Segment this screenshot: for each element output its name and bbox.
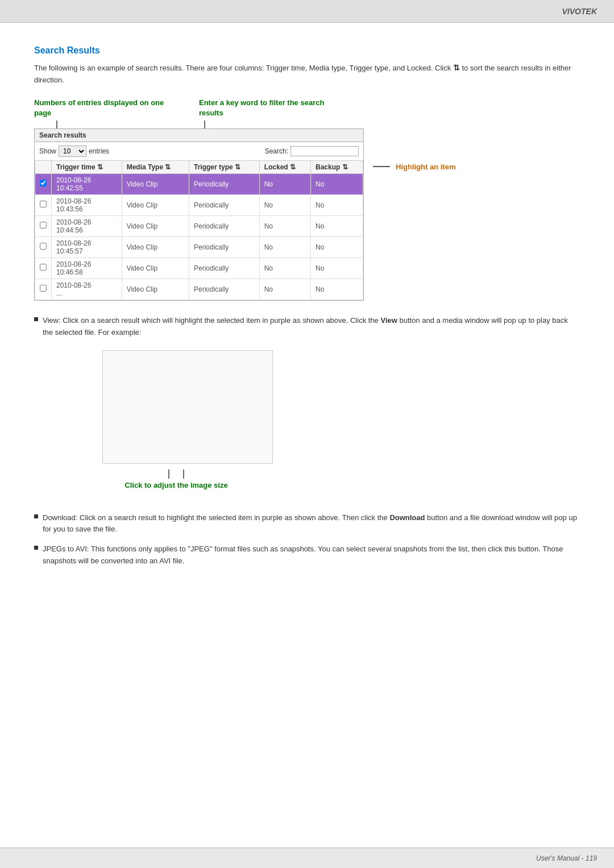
th-media-type[interactable]: Media Type ⇅ bbox=[122, 160, 189, 173]
table-row[interactable]: 2010-08-26 10:44:56Video ClipPeriodicall… bbox=[35, 215, 363, 236]
search-results-label: Search results bbox=[35, 129, 363, 142]
row-media-type: Video Clip bbox=[122, 279, 189, 300]
brand-label: VIVOTEK bbox=[562, 7, 597, 16]
search-label: Search: bbox=[265, 147, 288, 155]
table-row[interactable]: 2010-08-26 10:45:57Video ClipPeriodicall… bbox=[35, 236, 363, 258]
row-trigger-type: Periodically bbox=[189, 194, 260, 215]
table-header-row: Trigger time ⇅ Media Type ⇅ Trigger type… bbox=[35, 160, 363, 173]
row-backup: No bbox=[310, 236, 363, 258]
table-row[interactable]: 2010-08-26 ...Video ClipPeriodicallyNoNo bbox=[35, 279, 363, 300]
row-media-type: Video Clip bbox=[122, 194, 189, 215]
header-bar: VIVOTEK bbox=[0, 0, 614, 23]
search-input[interactable] bbox=[291, 146, 359, 156]
row-checkbox[interactable] bbox=[40, 201, 47, 207]
th-backup[interactable]: Backup ⇅ bbox=[310, 160, 363, 173]
image-adjust-label: Click to adjust the image size bbox=[125, 481, 227, 489]
row-checkbox[interactable] bbox=[40, 180, 47, 186]
row-checkbox[interactable] bbox=[40, 222, 47, 229]
row-trigger-type: Periodically bbox=[189, 236, 260, 258]
row-locked: No bbox=[259, 279, 310, 300]
row-trigger-type: Periodically bbox=[189, 215, 260, 236]
bullet-text-view: View: Click on a search result which wil… bbox=[43, 315, 580, 339]
page-wrapper: VIVOTEK Search Results The following is … bbox=[0, 0, 614, 868]
table-section: Numbers of entries displayed on one page… bbox=[34, 98, 580, 301]
th-locked[interactable]: Locked ⇅ bbox=[259, 160, 310, 173]
bullet-icon-download bbox=[34, 514, 38, 518]
row-backup: No bbox=[310, 258, 363, 279]
row-checkbox-cell[interactable] bbox=[35, 173, 52, 194]
row-locked: No bbox=[259, 236, 310, 258]
left-arrow-line bbox=[56, 121, 57, 128]
highlight-label: Highlight an item bbox=[396, 163, 455, 171]
bullet-section: View: Click on a search result which wil… bbox=[34, 315, 580, 567]
intro-text: The following is an example of search re… bbox=[34, 61, 580, 86]
row-backup: No bbox=[310, 279, 363, 300]
bullet-text-download: Download: Click on a search result to hi… bbox=[43, 512, 580, 536]
data-table: Trigger time ⇅ Media Type ⇅ Trigger type… bbox=[35, 160, 363, 300]
row-trigger-time: 2010-08-26 10:46:58 bbox=[52, 258, 122, 279]
row-trigger-type: Periodically bbox=[189, 173, 260, 194]
row-checkbox[interactable] bbox=[40, 285, 47, 292]
row-media-type: Video Clip bbox=[122, 236, 189, 258]
section-title: Search Results bbox=[34, 45, 580, 56]
bullet-item-download: Download: Click on a search result to hi… bbox=[34, 512, 580, 536]
row-backup: No bbox=[310, 194, 363, 215]
annotation-left-text: Numbers of entries displayed on one page bbox=[34, 98, 164, 117]
show-label: Show bbox=[39, 147, 56, 155]
bullet-icon-view bbox=[34, 317, 38, 321]
row-trigger-type: Periodically bbox=[189, 279, 260, 300]
right-arrow-line bbox=[204, 121, 205, 128]
row-checkbox-cell[interactable] bbox=[35, 215, 52, 236]
bullet-icon-jpegs bbox=[34, 546, 38, 550]
table-controls: Show 10 25 50 100 entries Search: bbox=[35, 142, 363, 160]
row-checkbox-cell[interactable] bbox=[35, 279, 52, 300]
image-area-container: Click to adjust the image size bbox=[80, 350, 250, 489]
footer-text: User's Manual - 119 bbox=[536, 854, 597, 862]
row-locked: No bbox=[259, 173, 310, 194]
row-backup: No bbox=[310, 215, 363, 236]
th-trigger-time[interactable]: Trigger time ⇅ bbox=[52, 160, 122, 173]
annotation-arrows-row bbox=[34, 121, 580, 128]
row-checkbox-cell[interactable] bbox=[35, 236, 52, 258]
img-arrow-line-right bbox=[183, 470, 184, 479]
row-media-type: Video Clip bbox=[122, 258, 189, 279]
annotation-labels-row: Numbers of entries displayed on one page… bbox=[34, 98, 580, 118]
bullet-text-jpegs: JPEGs to AVI: This functions only applie… bbox=[43, 543, 580, 567]
entries-label: entries bbox=[89, 147, 109, 155]
img-arrow-line-left bbox=[168, 470, 169, 479]
search-results-box: Search results Show 10 25 50 100 entries bbox=[34, 128, 364, 301]
bullet-item-view: View: Click on a search result which wil… bbox=[34, 315, 580, 339]
table-and-highlight: Search results Show 10 25 50 100 entries bbox=[34, 128, 580, 301]
row-locked: No bbox=[259, 194, 310, 215]
row-media-type: Video Clip bbox=[122, 173, 189, 194]
row-trigger-type: Periodically bbox=[189, 258, 260, 279]
table-row[interactable]: 2010-08-26 10:42:55Video ClipPeriodicall… bbox=[35, 173, 363, 194]
row-checkbox[interactable] bbox=[40, 243, 47, 250]
row-locked: No bbox=[259, 215, 310, 236]
table-row[interactable]: 2010-08-26 10:43:56Video ClipPeriodicall… bbox=[35, 194, 363, 215]
row-trigger-time: 2010-08-26 10:45:57 bbox=[52, 236, 122, 258]
annotation-left: Numbers of entries displayed on one page bbox=[34, 98, 165, 118]
row-trigger-time: 2010-08-26 10:42:55 bbox=[52, 173, 122, 194]
row-checkbox-cell[interactable] bbox=[35, 194, 52, 215]
content-area: Search Results The following is an examp… bbox=[0, 23, 614, 598]
row-backup: No bbox=[310, 173, 363, 194]
highlight-annotation: Highlight an item bbox=[373, 163, 455, 171]
image-placeholder bbox=[102, 350, 273, 464]
th-trigger-type[interactable]: Trigger type ⇅ bbox=[189, 160, 260, 173]
row-trigger-time: 2010-08-26 ... bbox=[52, 279, 122, 300]
row-checkbox-cell[interactable] bbox=[35, 258, 52, 279]
annotation-right-text: Enter a key word to filter the search re… bbox=[199, 98, 324, 117]
row-trigger-time: 2010-08-26 10:43:56 bbox=[52, 194, 122, 215]
row-checkbox[interactable] bbox=[40, 264, 47, 271]
entries-select[interactable]: 10 25 50 100 bbox=[59, 146, 86, 157]
highlight-line bbox=[373, 166, 390, 167]
row-trigger-time: 2010-08-26 10:44:56 bbox=[52, 215, 122, 236]
bullet-item-jpegs: JPEGs to AVI: This functions only applie… bbox=[34, 543, 580, 567]
table-row[interactable]: 2010-08-26 10:46:58Video ClipPeriodicall… bbox=[35, 258, 363, 279]
footer-bar: User's Manual - 119 bbox=[0, 848, 614, 868]
th-checkbox bbox=[35, 160, 52, 173]
row-locked: No bbox=[259, 258, 310, 279]
row-media-type: Video Clip bbox=[122, 215, 189, 236]
annotation-right: Enter a key word to filter the search re… bbox=[199, 98, 341, 118]
